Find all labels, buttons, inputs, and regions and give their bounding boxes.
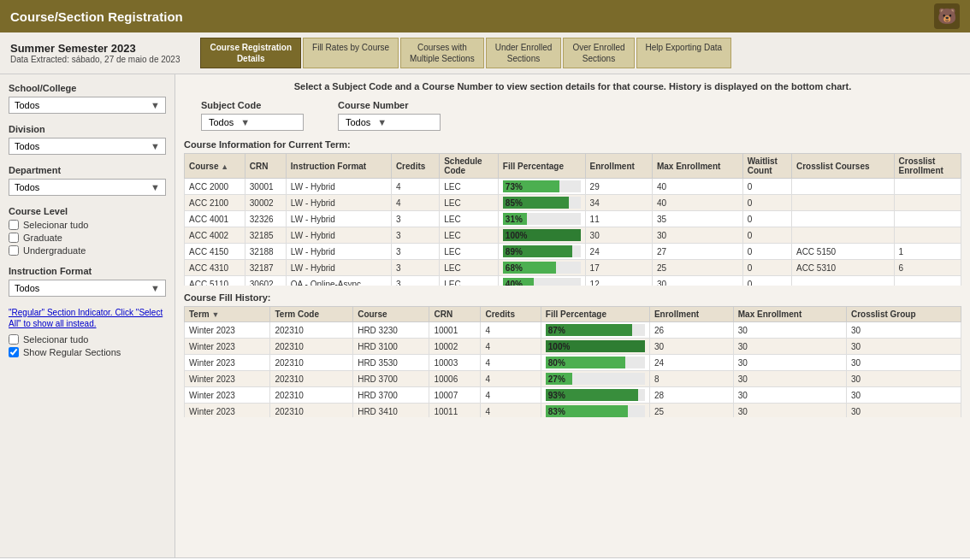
sidebar: School/College Todos ▼ Division Todos ▼ … [0, 74, 175, 557]
h-col-fill[interactable]: Fill Percentage [541, 307, 649, 322]
col-waitlist[interactable]: WaitlistCount [742, 154, 791, 179]
cell-crosslist-courses [791, 276, 894, 286]
course-level-select-all-checkbox[interactable] [9, 220, 19, 230]
h-col-course[interactable]: Course [353, 307, 429, 322]
col-credits[interactable]: Credits [391, 154, 439, 179]
cell-credits: 3 [391, 211, 439, 227]
course-level-graduate: Graduate [9, 233, 166, 243]
history-table-container[interactable]: Term ▼ Term Code Course CRN Credits Fill… [184, 306, 961, 417]
tab-over-enrolled[interactable]: Over Enrolled Sections [563, 38, 634, 68]
table-row[interactable]: ACC 4150 32188 LW - Hybrid 3 LEC 89% 24 … [185, 244, 961, 260]
sidebar-selecionar-tudo-checkbox[interactable] [9, 334, 19, 345]
department-label: Department [9, 165, 166, 175]
sidebar-show-regular-checkbox[interactable] [9, 347, 19, 357]
table-row[interactable]: ACC 5110 30602 OA - Online-Async 3 LEC 4… [185, 276, 961, 286]
course-level-label: Course Level [9, 206, 166, 216]
division-select[interactable]: Todos ▼ [9, 138, 166, 155]
tab-help-exporting[interactable]: Help Exporting Data [636, 38, 732, 68]
col-crn[interactable]: CRN [245, 154, 286, 179]
school-college-filter: School/College Todos ▼ [9, 83, 166, 114]
h-cell-term: Winter 2023 [185, 371, 270, 387]
course-number-dropdown[interactable]: Todos ▼ [338, 114, 441, 131]
history-row[interactable]: Winter 2023 202310 HRD 3230 10001 4 87% … [185, 322, 961, 339]
subject-code-arrow-icon: ▼ [240, 117, 250, 127]
subheader: Summer Semester 2023 Data Extracted: sáb… [0, 32, 970, 74]
history-section: Course Fill History: Term ▼ Term Code Co… [184, 292, 961, 417]
h-cell-crn: 10007 [429, 387, 481, 404]
cell-enrollment: 34 [585, 195, 652, 211]
cell-crn: 32185 [245, 227, 286, 244]
col-crosslist-enroll[interactable]: CrosslistEnrollment [894, 154, 961, 179]
table-row[interactable]: ACC 4001 32326 LW - Hybrid 3 LEC 31% 11 … [185, 211, 961, 227]
cell-course: ACC 4002 [185, 227, 245, 244]
cell-format: OA - Online-Async [286, 276, 391, 286]
col-schedule[interactable]: ScheduleCode [440, 154, 499, 179]
h-cell-term-code: 202310 [270, 371, 353, 387]
col-fill[interactable]: Fill Percentage [498, 154, 585, 179]
cell-enrollment: 17 [585, 260, 652, 276]
semester-info: Summer Semester 2023 Data Extracted: sáb… [10, 42, 180, 64]
cell-fill: 85% [498, 195, 585, 211]
department-select[interactable]: Todos ▼ [9, 179, 166, 196]
cell-crn: 30602 [245, 276, 286, 286]
content-area: Select a Subject Code and a Course Numbe… [175, 74, 970, 557]
cell-waitlist: 0 [742, 244, 791, 260]
h-cell-term-code: 202310 [270, 355, 353, 371]
history-row[interactable]: Winter 2023 202310 HRD 3410 10011 4 83% … [185, 404, 961, 418]
instruction-text: Select a Subject Code and a Course Numbe… [184, 81, 961, 91]
school-college-select[interactable]: Todos ▼ [9, 97, 166, 114]
h-col-credits[interactable]: Credits [481, 307, 541, 322]
division-arrow-icon: ▼ [151, 141, 160, 151]
cell-course: ACC 5110 [185, 276, 245, 286]
cell-crosslist-courses [791, 211, 894, 227]
table-row[interactable]: ACC 4310 32187 LW - Hybrid 3 LEC 68% 17 … [185, 260, 961, 276]
h-cell-crosslist: 30 [846, 404, 961, 418]
tab-course-reg-details[interactable]: Course Registration Details [200, 38, 301, 68]
sidebar-show-regular: Show Regular Sections [9, 347, 166, 357]
history-row[interactable]: Winter 2023 202310 HRD 3530 10003 4 80% … [185, 355, 961, 371]
course-level-undergraduate-checkbox[interactable] [9, 245, 19, 256]
h-col-term[interactable]: Term ▼ [185, 307, 270, 322]
cell-max-enroll: 35 [652, 211, 742, 227]
h-cell-crosslist: 30 [846, 355, 961, 371]
tab-under-enrolled[interactable]: Under Enrolled Sections [486, 38, 562, 68]
history-row[interactable]: Winter 2023 202310 HRD 3700 10006 4 27% … [185, 371, 961, 387]
table-row[interactable]: ACC 2100 30002 LW - Hybrid 4 LEC 85% 34 … [185, 195, 961, 211]
h-cell-max-enroll: 30 [733, 355, 846, 371]
h-col-crosslist[interactable]: Crosslist Group [846, 307, 961, 322]
col-max-enroll[interactable]: Max Enrollment [652, 154, 742, 179]
h-cell-course: HRD 3700 [353, 371, 429, 387]
cell-enrollment: 12 [585, 276, 652, 286]
h-cell-term-code: 202310 [270, 322, 353, 339]
tab-fill-rates[interactable]: Fill Rates by Course [303, 38, 399, 68]
school-college-arrow-icon: ▼ [151, 100, 160, 110]
instruction-format-select[interactable]: Todos ▼ [9, 280, 166, 297]
current-term-table-container[interactable]: Course ▲ CRN Instruction Format Credits … [184, 153, 961, 286]
cell-waitlist: 0 [742, 227, 791, 244]
h-cell-course: HRD 3530 [353, 355, 429, 371]
instruction-format-label: Instruction Format [9, 266, 166, 276]
tab-courses-multiple[interactable]: Courses with Multiple Sections [400, 38, 484, 68]
col-format[interactable]: Instruction Format [286, 154, 391, 179]
course-level-filter: Course Level Selecionar tudo Graduate Un… [9, 206, 166, 256]
subject-code-dropdown[interactable]: Todos ▼ [201, 114, 304, 131]
cell-credits: 3 [391, 244, 439, 260]
h-col-max-enroll[interactable]: Max Enrollment [733, 307, 846, 322]
col-course[interactable]: Course ▲ [185, 154, 245, 179]
history-row[interactable]: Winter 2023 202310 HRD 3100 10002 4 100%… [185, 339, 961, 355]
subject-code-group: Subject Code Todos ▼ [201, 100, 304, 131]
col-crosslist-courses[interactable]: Crosslist Courses [791, 154, 894, 179]
h-col-term-code[interactable]: Term Code [270, 307, 353, 322]
history-row[interactable]: Winter 2023 202310 HRD 3700 10007 4 93% … [185, 387, 961, 404]
table-row[interactable]: ACC 2000 30001 LW - Hybrid 4 LEC 73% 29 … [185, 179, 961, 195]
selectors-row: Subject Code Todos ▼ Course Number Todos… [184, 100, 961, 131]
cell-fill: 89% [498, 244, 585, 260]
cell-format: LW - Hybrid [286, 211, 391, 227]
h-col-enrollment[interactable]: Enrollment [649, 307, 733, 322]
h-col-crn[interactable]: CRN [429, 307, 481, 322]
nav-tabs: Course Registration Details Fill Rates b… [200, 38, 731, 68]
department-filter: Department Todos ▼ [9, 165, 166, 196]
table-row[interactable]: ACC 4002 32185 LW - Hybrid 3 LEC 100% 30… [185, 227, 961, 244]
course-level-graduate-checkbox[interactable] [9, 233, 19, 243]
col-enrollment[interactable]: Enrollment [585, 154, 652, 179]
